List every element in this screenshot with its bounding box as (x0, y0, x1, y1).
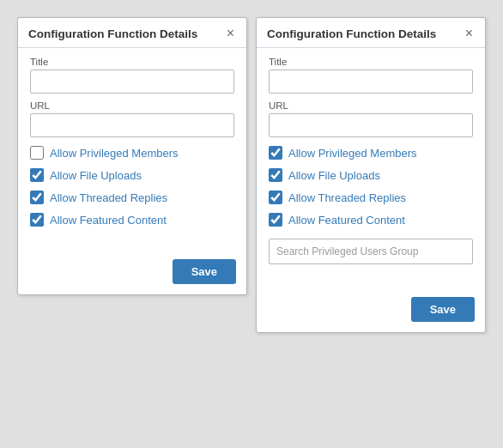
checkbox-label-featured-right[interactable]: Allow Featured Content (288, 214, 405, 227)
checkbox-item-upload-left: Allow File Uploads (30, 168, 234, 182)
checkbox-item-featured-right: Allow Featured Content (269, 213, 473, 227)
title-field-group-left: Title (30, 57, 234, 94)
url-field-group-left: URL (30, 100, 234, 137)
title-input-right[interactable] (269, 70, 473, 94)
checkbox-label-featured-left[interactable]: Allow Featured Content (50, 214, 167, 227)
title-field-group-right: Title (269, 57, 473, 94)
checkbox-label-threaded-right[interactable]: Allow Threaded Replies (288, 191, 406, 204)
checkbox-priv-left[interactable] (30, 146, 44, 160)
checkbox-featured-right[interactable] (269, 213, 282, 227)
checkbox-item-upload-right: Allow File Uploads (269, 168, 473, 182)
checkbox-priv-right[interactable] (269, 146, 282, 160)
title-label-left: Title (30, 57, 234, 67)
dialog-footer-right: Save (257, 290, 485, 332)
search-privileged-users-input[interactable] (269, 239, 473, 264)
checkbox-label-threaded-left[interactable]: Allow Threaded Replies (50, 191, 167, 204)
checkbox-group-right: Allow Privileged Members Allow File Uplo… (269, 146, 473, 227)
checkbox-threaded-right[interactable] (269, 191, 282, 204)
dialog-title-left: Configuration Function Details (28, 27, 197, 40)
checkbox-featured-left[interactable] (30, 213, 44, 227)
checkbox-item-threaded-left: Allow Threaded Replies (30, 191, 234, 204)
checkbox-label-priv-right[interactable]: Allow Privileged Members (288, 147, 417, 160)
dialog-right: Configuration Function Details × Title U… (256, 17, 486, 333)
save-button-right[interactable]: Save (411, 297, 475, 322)
checkbox-item-priv-left: Allow Privileged Members (30, 146, 234, 160)
dialog-body-left: Title URL Allow Privileged Members Allow… (18, 48, 246, 244)
url-label-right: URL (269, 100, 473, 111)
dialog-title-right: Configuration Function Details (267, 27, 436, 40)
checkbox-upload-left[interactable] (30, 168, 44, 182)
checkbox-label-upload-right[interactable]: Allow File Uploads (288, 169, 380, 182)
title-input-left[interactable] (30, 70, 234, 94)
checkbox-item-threaded-right: Allow Threaded Replies (269, 191, 473, 204)
title-label-right: Title (269, 57, 473, 67)
url-input-right[interactable] (269, 113, 473, 137)
checkbox-item-priv-right: Allow Privileged Members (269, 146, 473, 160)
url-input-left[interactable] (30, 113, 234, 137)
dialog-footer-left: Save (18, 252, 246, 294)
dialog-header-right: Configuration Function Details × (257, 18, 485, 48)
checkbox-item-featured-left: Allow Featured Content (30, 213, 234, 227)
close-button-right[interactable]: × (464, 27, 475, 40)
dialog-header-left: Configuration Function Details × (18, 18, 246, 48)
checkbox-group-left: Allow Privileged Members Allow File Uplo… (30, 146, 234, 227)
dialog-left: Configuration Function Details × Title U… (17, 17, 247, 295)
save-button-left[interactable]: Save (173, 259, 236, 284)
checkbox-label-priv-left[interactable]: Allow Privileged Members (50, 147, 179, 160)
url-field-group-right: URL (269, 100, 473, 137)
checkbox-label-upload-left[interactable]: Allow File Uploads (50, 169, 142, 182)
checkbox-threaded-left[interactable] (30, 191, 44, 204)
close-button-left[interactable]: × (225, 27, 236, 40)
dialog-body-right: Title URL Allow Privileged Members Allow… (257, 48, 485, 282)
search-group-right (269, 239, 473, 264)
checkbox-upload-right[interactable] (269, 168, 282, 182)
url-label-left: URL (30, 100, 234, 111)
